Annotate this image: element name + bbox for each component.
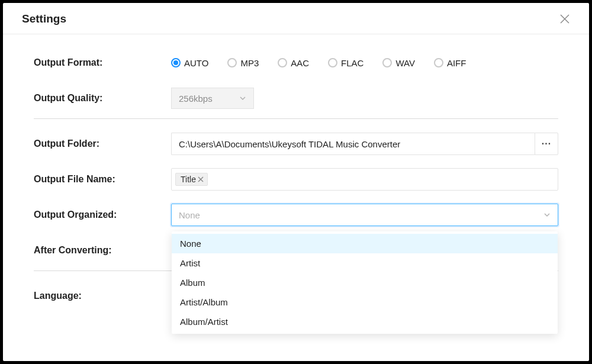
dropdown-option[interactable]: Artist/Album bbox=[172, 292, 558, 312]
output-organized-select[interactable]: None NoneArtistAlbumArtist/AlbumAlbum/Ar… bbox=[171, 204, 558, 226]
radio-label: AAC bbox=[291, 58, 309, 68]
label-output-filename: Output File Name: bbox=[34, 174, 171, 185]
output-filename-input[interactable]: Title bbox=[171, 168, 558, 191]
chevron-down-icon bbox=[239, 95, 246, 102]
label-output-folder: Output Folder: bbox=[34, 138, 171, 149]
browse-folder-button[interactable]: ··· bbox=[535, 133, 558, 155]
row-output-organized: Output Organized: None NoneArtistAlbumAr… bbox=[34, 203, 558, 227]
label-language: Language: bbox=[34, 291, 171, 301]
output-quality-control: 256kbps bbox=[171, 88, 558, 109]
output-organized-control: None NoneArtistAlbumArtist/AlbumAlbum/Ar… bbox=[171, 204, 558, 226]
dropdown-option[interactable]: None bbox=[172, 234, 558, 253]
radio-icon bbox=[278, 58, 287, 67]
output-organized-placeholder: None bbox=[179, 210, 200, 220]
radio-label: MP3 bbox=[240, 58, 259, 68]
row-output-filename: Output File Name: Title bbox=[34, 167, 558, 191]
radio-label: AIFF bbox=[447, 58, 466, 68]
label-after-converting: After Converting: bbox=[34, 245, 171, 256]
output-format-radio-group: AUTOMP3AACFLACWAVAIFF bbox=[171, 58, 558, 68]
tag-remove-icon[interactable] bbox=[198, 176, 204, 182]
modal-body: Output Format: AUTOMP3AACFLACWAVAIFF Out… bbox=[3, 34, 589, 361]
radio-auto[interactable]: AUTO bbox=[171, 58, 208, 68]
radio-label: WAV bbox=[395, 58, 415, 68]
output-organized-dropdown: NoneArtistAlbumArtist/AlbumAlbum/Artist bbox=[172, 231, 558, 334]
output-quality-select[interactable]: 256kbps bbox=[171, 88, 254, 109]
radio-mp3[interactable]: MP3 bbox=[227, 58, 259, 68]
output-quality-value: 256kbps bbox=[179, 94, 213, 104]
settings-modal: Settings Output Format: AUTOMP3AACFLACWA… bbox=[3, 3, 589, 361]
divider bbox=[34, 118, 558, 119]
radio-icon bbox=[382, 58, 392, 67]
row-output-format: Output Format: AUTOMP3AACFLACWAVAIFF bbox=[34, 51, 558, 75]
row-output-folder: Output Folder: ··· bbox=[34, 132, 558, 156]
chevron-down-icon bbox=[543, 211, 551, 218]
output-filename-control: Title bbox=[171, 168, 558, 191]
radio-label: FLAC bbox=[341, 58, 363, 68]
row-output-quality: Output Quality: 256kbps bbox=[34, 86, 558, 110]
radio-wav[interactable]: WAV bbox=[382, 58, 415, 68]
filename-tag: Title bbox=[175, 173, 208, 186]
output-folder-control: ··· bbox=[171, 133, 558, 155]
radio-icon bbox=[227, 58, 237, 67]
radio-flac[interactable]: FLAC bbox=[328, 58, 363, 68]
radio-aac[interactable]: AAC bbox=[278, 58, 309, 68]
label-output-format: Output Format: bbox=[34, 57, 171, 68]
dropdown-option[interactable]: Album/Artist bbox=[172, 312, 558, 331]
modal-header: Settings bbox=[3, 3, 589, 34]
radio-icon bbox=[434, 58, 443, 67]
close-icon[interactable] bbox=[559, 14, 570, 24]
radio-label: AUTO bbox=[184, 58, 208, 68]
modal-title: Settings bbox=[22, 12, 66, 25]
tag-label: Title bbox=[181, 175, 196, 184]
radio-aiff[interactable]: AIFF bbox=[434, 58, 466, 68]
radio-icon bbox=[171, 58, 181, 67]
output-folder-input[interactable] bbox=[171, 133, 535, 155]
label-output-organized: Output Organized: bbox=[34, 210, 171, 220]
dropdown-option[interactable]: Album bbox=[172, 273, 558, 292]
radio-icon bbox=[328, 58, 337, 67]
label-output-quality: Output Quality: bbox=[34, 93, 171, 104]
dropdown-option[interactable]: Artist bbox=[172, 253, 558, 273]
